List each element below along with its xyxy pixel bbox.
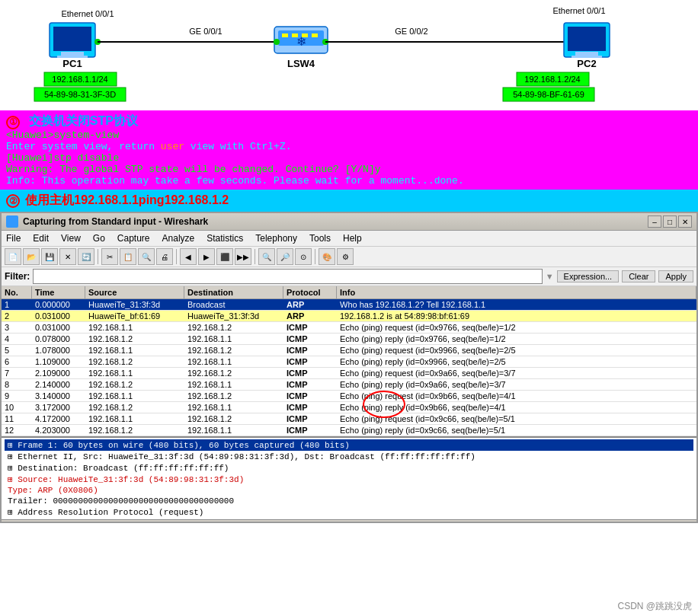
table-row[interactable]: 8 2.140000 192.168.1.2 192.168.1.1 ICMP … bbox=[2, 379, 696, 391]
tb-sep4 bbox=[315, 249, 315, 264]
table-row[interactable]: 12 4.203000 192.168.1.2 192.168.1.1 ICMP… bbox=[2, 425, 696, 436]
detail-row[interactable]: ⊞ Ethernet II, Src: HuaweiTe_31:3f:3d (5… bbox=[5, 451, 693, 462]
filter-input[interactable] bbox=[33, 269, 542, 284]
tb-print[interactable]: 🖨 bbox=[156, 248, 173, 265]
menu-analyze[interactable]: Analyze bbox=[161, 232, 197, 244]
table-row[interactable]: 11 4.172000 192.168.1.1 192.168.1.2 ICMP… bbox=[2, 413, 696, 425]
wireshark-title-text: Capturing from Standard input - Wireshar… bbox=[23, 216, 208, 227]
svg-text:192.168.1.1/24: 192.168.1.1/24 bbox=[52, 75, 107, 84]
csdn-watermark: CSDN @跳跳没虎 bbox=[617, 600, 692, 613]
ping-section: ② 使用主机192.168.1.1ping192.168.1.2 bbox=[0, 190, 698, 212]
menu-file[interactable]: File bbox=[5, 232, 22, 244]
col-no: No. bbox=[2, 286, 32, 298]
menu-help[interactable]: Help bbox=[341, 232, 363, 244]
svg-rect-19 bbox=[312, 34, 318, 37]
wireshark-app-icon bbox=[6, 215, 18, 228]
stp-cmd-2: Enter system view, return user view with… bbox=[6, 141, 692, 152]
packet-rows: 1 0.000000 HuaweiTe_31:3f:3d Broadcast A… bbox=[2, 299, 696, 436]
svg-rect-2 bbox=[61, 52, 84, 56]
table-row[interactable]: 6 1.109000 192.168.1.2 192.168.1.1 ICMP … bbox=[2, 356, 696, 368]
filter-label: Filter: bbox=[5, 271, 30, 282]
menu-telephony[interactable]: Telephony bbox=[254, 232, 299, 244]
close-button[interactable]: ✕ bbox=[678, 215, 692, 228]
network-diagram: PC1 192.168.1.1/24 54-89-98-31-3F-3D Eth… bbox=[0, 0, 698, 110]
tb-zoom-out[interactable]: 🔎 bbox=[277, 248, 293, 265]
tb-back[interactable]: ◀ bbox=[180, 248, 197, 265]
detail-row[interactable]: ⊞ Frame 1: 60 bytes on wire (480 bits), … bbox=[5, 439, 693, 451]
minimize-button[interactable]: – bbox=[648, 215, 661, 228]
table-row[interactable]: 2 0.031000 HuaweiTe_bf:61:69 HuaweiTe_31… bbox=[2, 311, 696, 322]
wireshark-titlebar: Capturing from Standard input - Wireshar… bbox=[2, 213, 696, 231]
svg-text:PC1: PC1 bbox=[62, 58, 82, 69]
step1-num: ① bbox=[6, 116, 20, 129]
step2-num: ② bbox=[6, 194, 20, 208]
tb-normal[interactable]: ⊙ bbox=[295, 248, 312, 265]
svg-rect-29 bbox=[575, 52, 598, 56]
wireshark-window-controls[interactable]: – □ ✕ bbox=[648, 215, 692, 228]
tb-open[interactable]: 📂 bbox=[23, 248, 40, 265]
clear-button[interactable]: Clear bbox=[622, 270, 655, 282]
table-row[interactable]: 10 3.172000 192.168.1.2 192.168.1.1 ICMP… bbox=[2, 402, 696, 413]
menu-capture[interactable]: Capture bbox=[116, 232, 152, 244]
detail-row[interactable]: ⊞ Address Resolution Protocol (request) bbox=[5, 506, 693, 518]
table-row[interactable]: 4 0.078000 192.168.1.2 192.168.1.1 ICMP … bbox=[2, 334, 696, 345]
tb-zoom-in[interactable]: 🔍 bbox=[258, 248, 275, 265]
tb-prefs[interactable]: ⚙ bbox=[337, 248, 354, 265]
menu-view[interactable]: View bbox=[59, 232, 82, 244]
detail-row[interactable]: Type: ARP (0X0806) bbox=[5, 485, 693, 496]
stp-title-text: 交换机关闭STP协议 bbox=[29, 114, 138, 127]
tb-sep3 bbox=[255, 249, 255, 264]
detail-row[interactable]: ⊞ Destination: Broadcast (ff:ff:ff:ff:ff… bbox=[5, 462, 693, 474]
table-row[interactable]: 7 2.109000 192.168.1.1 192.168.1.2 ICMP … bbox=[2, 368, 696, 379]
tb-fwd[interactable]: ▶ bbox=[198, 248, 215, 265]
tb-stop[interactable]: ⬛ bbox=[216, 248, 233, 265]
wireshark-title: Capturing from Standard input - Wireshar… bbox=[6, 215, 208, 228]
menu-edit[interactable]: Edit bbox=[31, 232, 50, 244]
tb-reload[interactable]: 🔄 bbox=[78, 248, 94, 265]
wireshark-menubar: File Edit View Go Capture Analyze Statis… bbox=[2, 231, 696, 247]
svg-text:192.168.1.2/24: 192.168.1.2/24 bbox=[524, 75, 580, 84]
restore-button[interactable]: □ bbox=[663, 215, 677, 228]
svg-rect-16 bbox=[282, 34, 288, 37]
tb-find[interactable]: 🔍 bbox=[138, 248, 155, 265]
apply-button[interactable]: Apply bbox=[658, 270, 693, 282]
wireshark-toolbar: 📄 📂 💾 ✕ 🔄 ✂ 📋 🔍 🖨 ◀ ▶ ⬛ ▶▶ 🔍 🔎 ⊙ 🎨 ⚙ bbox=[2, 247, 696, 267]
detail-row[interactable]: Trailer: 0000000000000000000000000000000… bbox=[5, 496, 693, 506]
stp-commands: <Huawei>system-view Enter system view, r… bbox=[6, 129, 692, 187]
menu-statistics[interactable]: Statistics bbox=[205, 232, 245, 244]
table-row[interactable]: 3 0.031000 192.168.1.1 192.168.1.2 ICMP … bbox=[2, 322, 696, 334]
packet-detail: ⊞ Frame 1: 60 bytes on wire (480 bits), … bbox=[2, 438, 696, 520]
col-time: Time bbox=[32, 286, 85, 298]
svg-text:GE 0/0/1: GE 0/0/1 bbox=[189, 27, 222, 36]
wireshark-window: Capturing from Standard input - Wireshar… bbox=[0, 212, 698, 523]
tb-coloring[interactable]: 🎨 bbox=[319, 248, 335, 265]
stp-cmd-4: Warning: The global STP state will be ch… bbox=[6, 164, 692, 175]
expression-button[interactable]: Expression... bbox=[557, 270, 620, 282]
tb-cut[interactable]: ✂ bbox=[101, 248, 118, 265]
svg-point-22 bbox=[274, 39, 280, 45]
tb-sep2 bbox=[176, 249, 177, 264]
svg-rect-1 bbox=[53, 27, 91, 51]
tb-copy[interactable]: 📋 bbox=[120, 248, 136, 265]
menu-tools[interactable]: Tools bbox=[308, 232, 332, 244]
table-row[interactable]: 9 3.140000 192.168.1.1 192.168.1.2 ICMP … bbox=[2, 391, 696, 402]
detail-row[interactable]: ⊞ Source: HuaweiTe_31:3f:3d (54:89:98:31… bbox=[5, 474, 693, 485]
stp-title: ① 交换机关闭STP协议 bbox=[6, 113, 692, 129]
packet-list-header: No. Time Source Destination Protocol Inf… bbox=[2, 286, 696, 299]
svg-text:❄: ❄ bbox=[296, 35, 306, 48]
wireshark-statusbar bbox=[2, 520, 696, 522]
table-row[interactable]: 1 0.000000 HuaweiTe_31:3f:3d Broadcast A… bbox=[2, 299, 696, 311]
tb-close[interactable]: ✕ bbox=[59, 248, 76, 265]
col-protocol: Protocol bbox=[283, 286, 337, 298]
stp-section: ① 交换机关闭STP协议 <Huawei>system-view Enter s… bbox=[0, 110, 698, 190]
menu-go[interactable]: Go bbox=[91, 232, 107, 244]
svg-text:Ethernet 0/0/1: Ethernet 0/0/1 bbox=[552, 6, 605, 15]
ping-title-text: 使用主机192.168.1.1ping192.168.1.2 bbox=[25, 193, 229, 206]
wireshark-filterbar: Filter: ▼ Expression... Clear Apply bbox=[2, 267, 696, 286]
table-row[interactable]: 5 1.078000 192.168.1.1 192.168.1.2 ICMP … bbox=[2, 345, 696, 356]
packet-list: No. Time Source Destination Protocol Inf… bbox=[2, 286, 696, 438]
tb-new[interactable]: 📄 bbox=[5, 248, 21, 265]
col-info: Info bbox=[337, 286, 696, 298]
tb-go[interactable]: ▶▶ bbox=[235, 248, 251, 265]
tb-save[interactable]: 💾 bbox=[41, 248, 58, 265]
